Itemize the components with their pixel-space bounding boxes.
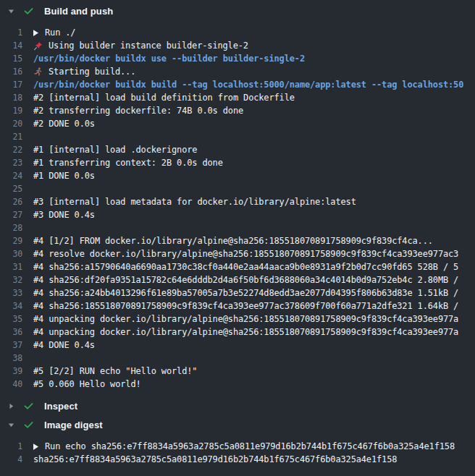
line-number[interactable]: 25	[0, 184, 33, 194]
line-number[interactable]: 18	[0, 93, 33, 103]
log-line: 24#1 DONE 0.0s	[0, 169, 475, 182]
log-line: 14Using builder instance builder-single-…	[0, 39, 475, 52]
section-build-and-push: Build and push1Run ./14Using builder ins…	[0, 3, 475, 395]
log-line: 15/usr/bin/docker buildx use --builder b…	[0, 52, 475, 65]
line-content: #2 DONE 0.0s	[33, 119, 475, 129]
log-line: 21	[0, 130, 475, 143]
chevron-down-icon	[7, 422, 14, 428]
log-line: 35#4 unpacking docker.io/library/alpine@…	[0, 313, 475, 326]
line-text: #5 0.060 Hello world!	[33, 379, 141, 389]
log-line: 27#3 DONE 0.4s	[0, 208, 475, 221]
section-title: Inspect	[44, 401, 77, 412]
line-number[interactable]: 23	[0, 158, 33, 168]
section-header-build-and-push[interactable]: Build and push	[0, 3, 475, 19]
log-line: 26#3 [internal] load metadata for docker…	[0, 195, 475, 208]
workflow-log-viewer: Build and push1Run ./14Using builder ins…	[0, 0, 475, 476]
line-number[interactable]: 28	[0, 223, 33, 233]
line-content: Starting build...	[33, 67, 475, 77]
section-inspect: Inspect	[0, 398, 475, 414]
log-line: 30#4 resolve docker.io/library/alpine@sh…	[0, 247, 475, 260]
line-content: #4 DONE 0.4s	[33, 340, 475, 350]
line-number[interactable]: 1	[0, 27, 33, 38]
line-number[interactable]: 21	[0, 132, 33, 142]
log-line: 36#4 unpacking docker.io/library/alpine@…	[0, 326, 475, 339]
log-line: 34#4 sha256:185518070891758909c9f839cf4c…	[0, 299, 475, 313]
log-line: 29#4 [1/2] FROM docker.io/library/alpine…	[0, 234, 475, 247]
section-lines-image-digest: 1Run echo sha256:e7ff8834a5963a2785c5a08…	[0, 435, 475, 470]
log-line: 33#4 sha256:a24bb4013296f61e89ba57005a7b…	[0, 286, 475, 299]
line-number[interactable]: 20	[0, 119, 33, 129]
log-line-run-command[interactable]: 1Run echo sha256:e7ff8834a5963a2785c5a08…	[0, 440, 475, 453]
line-content: Using builder instance builder-single-2	[33, 41, 475, 51]
log-line: 32#4 sha256:df20fa9351a15782c64e6dddb2d4…	[0, 273, 475, 286]
line-number[interactable]: 30	[0, 249, 33, 259]
line-text: /usr/bin/docker buildx use --builder bui…	[33, 54, 305, 64]
line-number[interactable]: 34	[0, 301, 33, 311]
log-line-run-command[interactable]: 1Run ./	[0, 26, 475, 39]
line-text: #2 transferring dockerfile: 74B 0.0s don…	[33, 106, 243, 116]
line-content: #4 resolve docker.io/library/alpine@sha2…	[33, 249, 475, 259]
line-number[interactable]: 37	[0, 340, 33, 350]
line-text: #5 [2/2] RUN echo "Hello world!"	[33, 366, 197, 376]
line-text: #4 sha256:185518070891758909c9f839cf4ca3…	[33, 301, 458, 311]
chevron-down-icon	[7, 8, 14, 14]
line-text: Starting build...	[49, 67, 135, 77]
section-image-digest: Image digest1Run echo sha256:e7ff8834a59…	[0, 417, 475, 470]
line-number[interactable]: 32	[0, 275, 33, 285]
log-line: 28	[0, 221, 475, 234]
log-line: 22#1 [internal] load .dockerignore	[0, 143, 475, 156]
log-line: 19#2 transferring dockerfile: 74B 0.0s d…	[0, 104, 475, 117]
section-title: Image digest	[44, 420, 103, 430]
log-line: 38	[0, 352, 475, 365]
line-text: #1 transferring context: 2B 0.0s done	[33, 158, 223, 168]
line-number[interactable]: 22	[0, 145, 33, 155]
line-text: /usr/bin/docker buildx build --tag local…	[33, 80, 463, 90]
line-content: #3 DONE 0.4s	[33, 210, 475, 220]
line-text: #3 DONE 0.4s	[33, 210, 95, 220]
line-text: #1 [internal] load .dockerignore	[33, 145, 197, 155]
line-number[interactable]: 27	[0, 210, 33, 220]
check-icon	[23, 6, 34, 17]
line-content: #4 unpacking docker.io/library/alpine@sh…	[33, 327, 475, 337]
section-title: Build and push	[44, 6, 113, 17]
line-number[interactable]: 26	[0, 197, 33, 207]
line-text: Run echo sha256:e7ff8834a5963a2785c5a081…	[45, 441, 455, 451]
line-number[interactable]: 19	[0, 106, 33, 116]
line-number[interactable]: 40	[0, 379, 33, 389]
check-icon	[23, 420, 34, 430]
play-triangle-icon	[33, 30, 38, 36]
line-number[interactable]: 15	[0, 54, 33, 64]
line-number[interactable]: 24	[0, 171, 33, 181]
log-line: 25	[0, 182, 475, 195]
line-content: #1 [internal] load .dockerignore	[33, 145, 475, 155]
line-number[interactable]: 1	[0, 441, 33, 451]
section-lines-build-and-push: 1Run ./14Using builder instance builder-…	[0, 22, 475, 395]
line-number[interactable]: 31	[0, 262, 33, 272]
section-header-image-digest[interactable]: Image digest	[0, 417, 475, 433]
line-content: #5 0.060 Hello world!	[33, 379, 475, 389]
line-content: #4 sha256:a24bb4013296f61e89ba57005a7b3e…	[33, 288, 475, 298]
line-text: #2 [internal] load build definition from…	[33, 93, 295, 103]
line-number[interactable]: 17	[0, 80, 33, 90]
section-header-inspect[interactable]: Inspect	[0, 398, 475, 414]
log-line: 37#4 DONE 0.4s	[0, 339, 475, 352]
line-content: #4 [1/2] FROM docker.io/library/alpine@s…	[33, 236, 475, 246]
line-number[interactable]: 16	[0, 67, 33, 77]
line-number[interactable]: 39	[0, 366, 33, 376]
log-line: 40#5 0.060 Hello world!	[0, 378, 475, 391]
line-content: #4 sha256:185518070891758909c9f839cf4ca3…	[33, 301, 475, 311]
line-number[interactable]: 35	[0, 314, 33, 324]
line-text: #4 sha256:a15790640a6690aa1730c38cf0a440…	[33, 262, 458, 272]
line-content: #4 unpacking docker.io/library/alpine@sh…	[33, 314, 475, 324]
line-content: #5 [2/2] RUN echo "Hello world!"	[33, 366, 475, 376]
line-number[interactable]: 14	[0, 41, 33, 51]
line-text: Run ./	[45, 27, 75, 38]
line-content: /usr/bin/docker buildx use --builder bui…	[33, 54, 475, 64]
line-number[interactable]: 33	[0, 288, 33, 298]
line-content: #4 sha256:a15790640a6690aa1730c38cf0a440…	[33, 262, 475, 272]
line-number[interactable]: 29	[0, 236, 33, 246]
line-content: #1 DONE 0.0s	[33, 171, 475, 181]
line-number[interactable]: 4	[0, 454, 33, 464]
line-number[interactable]: 38	[0, 353, 33, 363]
line-number[interactable]: 36	[0, 327, 33, 337]
